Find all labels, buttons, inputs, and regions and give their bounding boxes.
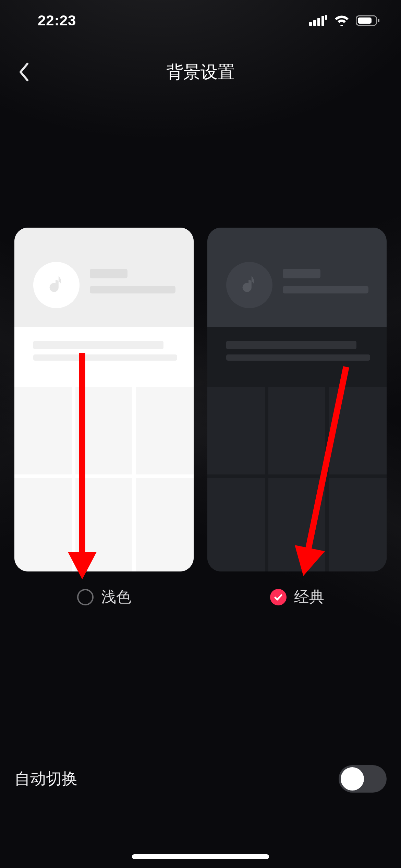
radio-checked-icon xyxy=(270,589,287,605)
radio-unchecked-icon xyxy=(77,589,94,605)
music-note-icon xyxy=(33,262,80,308)
svg-rect-3 xyxy=(321,16,324,26)
status-time: 22:23 xyxy=(38,12,76,29)
preview-placeholder xyxy=(90,286,175,293)
preview-placeholder xyxy=(283,269,320,278)
preview-header xyxy=(207,228,387,327)
page-title: 背景设置 xyxy=(166,61,235,84)
preview-placeholder xyxy=(33,354,177,361)
battery-icon xyxy=(356,15,380,26)
svg-rect-4 xyxy=(325,15,327,20)
preview-grid xyxy=(207,384,387,571)
theme-option-light[interactable] xyxy=(14,228,194,571)
preview-desc xyxy=(207,327,387,384)
preview-desc xyxy=(14,327,194,384)
theme-radio-light[interactable]: 浅色 xyxy=(14,587,194,607)
preview-grid xyxy=(14,384,194,571)
home-indicator[interactable] xyxy=(132,854,269,859)
nav-header: 背景设置 xyxy=(0,51,401,93)
auto-switch-toggle[interactable] xyxy=(339,765,387,793)
preview-header xyxy=(14,228,194,327)
theme-label-text: 经典 xyxy=(294,587,324,607)
theme-option-classic[interactable] xyxy=(207,228,387,571)
svg-rect-7 xyxy=(378,19,379,22)
preview-placeholder xyxy=(33,341,163,349)
auto-switch-row: 自动切换 xyxy=(14,758,387,799)
music-note-icon xyxy=(226,262,272,308)
auto-switch-label: 自动切换 xyxy=(14,768,77,789)
preview-placeholder xyxy=(283,286,368,293)
cellular-icon xyxy=(309,15,328,26)
preview-placeholder xyxy=(90,269,127,278)
theme-radio-classic[interactable]: 经典 xyxy=(207,587,387,607)
theme-options-row xyxy=(14,228,387,571)
toggle-knob xyxy=(341,767,364,791)
status-bar: 22:23 xyxy=(0,0,401,41)
wifi-icon xyxy=(334,15,350,26)
preview-placeholder xyxy=(226,341,356,349)
back-button[interactable] xyxy=(14,62,34,82)
theme-labels-row: 浅色 经典 xyxy=(14,587,387,607)
svg-rect-1 xyxy=(313,20,316,26)
theme-label-text: 浅色 xyxy=(101,587,131,607)
svg-rect-2 xyxy=(317,18,320,26)
chevron-left-icon xyxy=(18,62,30,82)
preview-placeholder xyxy=(226,354,370,361)
status-indicators xyxy=(309,15,380,26)
svg-rect-0 xyxy=(309,22,312,26)
svg-rect-6 xyxy=(358,17,372,24)
